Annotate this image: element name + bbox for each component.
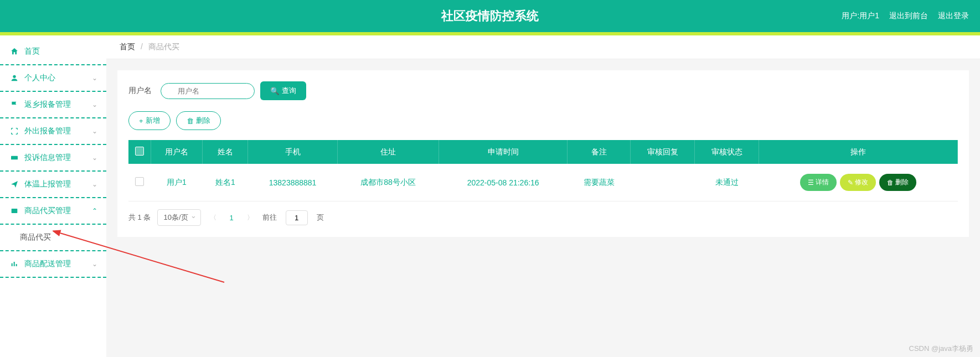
detail-button[interactable]: ☰详情 (800, 174, 837, 191)
th-apply-time: 申请时间 (439, 140, 568, 164)
chevron-up-icon: ⌃ (92, 207, 97, 215)
sidebar-item-temperature[interactable]: 体温上报管理 ⌄ (0, 172, 106, 198)
cell-remark: 需要蔬菜 (568, 164, 631, 201)
sidebar-subitem-purchase[interactable]: 商品代买 (0, 225, 106, 251)
sidebar-item-label: 体温上报管理 (24, 179, 71, 189)
th-review-status: 审核状态 (695, 140, 759, 164)
app-title: 社区疫情防控系统 (0, 8, 980, 24)
add-button-label: 新增 (146, 116, 160, 126)
chevron-down-icon: ⌄ (92, 101, 97, 108)
header-right: 用户:用户1 退出到前台 退出登录 (842, 11, 969, 21)
app-header: 社区疫情防控系统 用户:用户1 退出到前台 退出登录 (0, 0, 980, 32)
svg-rect-2 (12, 209, 18, 213)
table-row: 用户1 姓名1 13823888881 成都市88号小区 2022-05-08 … (128, 164, 958, 201)
cell-address: 成都市88号小区 (337, 164, 439, 201)
search-row: 用户名 🔍 🔍 查询 (128, 81, 958, 100)
logout-link[interactable]: 退出登录 (938, 11, 969, 21)
cell-username: 用户1 (151, 164, 203, 201)
user-label[interactable]: 用户:用户1 (842, 11, 879, 21)
add-button[interactable]: + 新增 (128, 111, 171, 130)
th-username: 用户名 (151, 140, 203, 164)
flag-icon (10, 100, 19, 109)
row-checkbox[interactable] (135, 177, 144, 186)
chevron-down-icon: ⌄ (92, 127, 97, 135)
page-size-select[interactable]: 10条/页 (157, 209, 200, 226)
main-content: 首页 / 商品代买 用户名 🔍 🔍 查询 + 新增 (106, 35, 980, 357)
edit-button[interactable]: ✎修改 (840, 174, 876, 191)
trash-icon: 🗑 (887, 179, 894, 187)
sidebar-item-label: 个人中心 (24, 73, 55, 83)
breadcrumb-home[interactable]: 首页 (120, 42, 135, 51)
delete-button[interactable]: 🗑 删除 (176, 111, 221, 130)
home-icon (10, 47, 19, 56)
search-button-label: 查询 (282, 86, 296, 96)
svg-rect-1 (11, 156, 18, 160)
select-all-checkbox[interactable] (135, 147, 144, 156)
sidebar-item-complaint[interactable]: 投诉信息管理 ⌄ (0, 145, 106, 172)
sidebar-item-label: 商品配送管理 (24, 259, 71, 269)
scan-icon (10, 127, 19, 136)
watermark: CSDN @java李杨勇 (909, 344, 974, 354)
sidebar-item-profile[interactable]: 个人中心 ⌄ (0, 65, 106, 92)
cell-apply-time: 2022-05-08 21:26:16 (439, 164, 568, 201)
search-button[interactable]: 🔍 查询 (260, 81, 306, 100)
sidebar-item-label: 首页 (24, 46, 40, 56)
search-label: 用户名 (128, 86, 152, 96)
action-row: + 新增 🗑 删除 (128, 111, 958, 130)
content-card: 用户名 🔍 🔍 查询 + 新增 🗑 删除 (117, 70, 969, 237)
th-name: 姓名 (203, 140, 248, 164)
delete-button-label: 删除 (196, 116, 210, 126)
th-review-reply: 审核回复 (631, 140, 695, 164)
sidebar-item-purchase[interactable]: 商品代买管理 ⌃ (0, 198, 106, 225)
sidebar-item-label: 商品代买管理 (24, 206, 71, 216)
data-table: 用户名 姓名 手机 住址 申请时间 备注 审核回复 审核状态 操作 用户1 (128, 140, 958, 201)
chevron-down-icon: ⌄ (92, 180, 97, 188)
send-icon (10, 180, 19, 189)
page-next[interactable]: 〉 (245, 211, 256, 225)
th-address: 住址 (337, 140, 439, 164)
search-input[interactable] (161, 83, 255, 99)
cell-review-reply (631, 164, 695, 201)
cart-icon (10, 206, 19, 215)
person-icon (10, 74, 19, 82)
page-prev[interactable]: 〈 (208, 211, 219, 225)
sidebar-item-label: 商品代买 (20, 232, 51, 242)
sidebar: 首页 个人中心 ⌄ 返乡报备管理 ⌄ 外出报备管理 ⌄ 投诉信息管理 ⌄ 体温上… (0, 35, 106, 357)
sidebar-item-label: 返乡报备管理 (24, 100, 71, 110)
th-operation: 操作 (759, 140, 958, 164)
sidebar-item-outgoing-report[interactable]: 外出报备管理 ⌄ (0, 118, 106, 145)
chevron-down-icon: ⌄ (92, 74, 97, 82)
breadcrumb-current: 商品代买 (148, 42, 179, 51)
pagination-total: 共 1 条 (128, 213, 151, 223)
goto-suffix: 页 (317, 213, 324, 223)
cell-operations: ☰详情 ✎修改 🗑删除 (759, 164, 958, 201)
plus-icon: + (139, 117, 143, 125)
detail-icon: ☰ (808, 179, 814, 187)
goto-input[interactable] (286, 210, 308, 225)
svg-rect-5 (16, 264, 17, 266)
sidebar-item-home[interactable]: 首页 (0, 39, 106, 65)
back-to-front-link[interactable]: 退出到前台 (889, 11, 928, 21)
edit-icon: ✎ (848, 179, 853, 187)
svg-point-0 (13, 75, 16, 78)
row-delete-button[interactable]: 🗑删除 (879, 174, 916, 191)
cell-phone: 13823888881 (248, 164, 337, 201)
cell-review-status: 未通过 (695, 164, 759, 201)
chevron-down-icon: ⌄ (92, 154, 97, 162)
page-number[interactable]: 1 (225, 211, 238, 224)
sidebar-item-label: 投诉信息管理 (24, 153, 71, 163)
search-icon: 🔍 (270, 87, 280, 95)
sidebar-item-return-report[interactable]: 返乡报备管理 ⌄ (0, 92, 106, 118)
chevron-down-icon: ⌄ (92, 260, 97, 268)
trash-icon: 🗑 (187, 117, 194, 125)
breadcrumb-separator: / (141, 42, 143, 51)
svg-rect-4 (14, 262, 15, 266)
breadcrumb: 首页 / 商品代买 (106, 35, 980, 59)
th-phone: 手机 (248, 140, 337, 164)
cell-name: 姓名1 (203, 164, 248, 201)
sidebar-item-delivery[interactable]: 商品配送管理 ⌄ (0, 251, 106, 278)
goto-prefix: 前往 (262, 213, 277, 223)
th-remark: 备注 (568, 140, 631, 164)
pagination: 共 1 条 10条/页 〈 1 〉 前往 页 (128, 209, 958, 226)
svg-rect-3 (12, 263, 13, 266)
